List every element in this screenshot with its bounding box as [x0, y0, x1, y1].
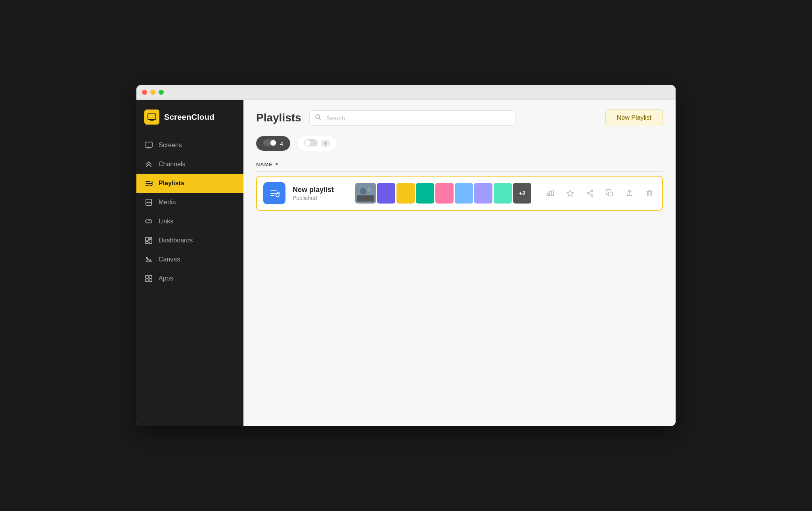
sidebar-item-channels[interactable]: Channels [136, 155, 243, 174]
publish-button[interactable] [623, 187, 636, 200]
sidebar: ScreenCloud Screens [136, 100, 243, 426]
search-input[interactable] [309, 110, 515, 126]
delete-button[interactable] [643, 187, 656, 200]
thumb-extra-count: +2 [513, 183, 531, 204]
main-header: Playlists New Playlist [243, 100, 676, 136]
playlists-label: Playlists [159, 180, 184, 187]
svg-point-21 [367, 188, 371, 192]
filter-inactive[interactable]: 1 [297, 136, 337, 151]
channels-icon [144, 160, 153, 169]
thumb-blue [455, 183, 473, 204]
thumb-yellow [396, 183, 415, 204]
duplicate-button[interactable] [603, 187, 616, 200]
svg-rect-10 [146, 279, 148, 282]
svg-rect-1 [145, 142, 152, 147]
search-icon [315, 114, 321, 122]
svg-rect-4 [149, 237, 152, 239]
search-bar [309, 110, 515, 126]
close-button[interactable] [142, 90, 147, 95]
logo-icon [144, 110, 159, 125]
sidebar-item-apps[interactable]: Apps [136, 269, 243, 288]
svg-point-16 [305, 140, 310, 146]
svg-point-7 [146, 257, 148, 259]
svg-rect-11 [149, 279, 152, 282]
app-window: ScreenCloud Screens [136, 85, 676, 426]
svg-point-20 [360, 188, 366, 194]
sidebar-item-links[interactable]: Links [136, 212, 243, 231]
apps-icon [144, 274, 153, 283]
playlist-thumbnails: +2 [355, 183, 537, 204]
sidebar-item-playlists[interactable]: Playlists [136, 174, 243, 193]
playlist-icon [263, 182, 285, 204]
playlist-info: New playlist Published [293, 186, 348, 201]
app-body: ScreenCloud Screens [136, 100, 676, 426]
svg-point-2 [150, 183, 152, 186]
dashboards-label: Dashboards [159, 237, 193, 244]
playlist-status: Published [293, 195, 348, 201]
svg-rect-5 [146, 242, 148, 244]
apps-label: Apps [159, 275, 173, 282]
inactive-count: 1 [321, 140, 330, 147]
media-icon [144, 198, 153, 207]
playlists-icon [144, 179, 153, 188]
thumb-teal [416, 183, 434, 204]
channels-label: Channels [159, 161, 186, 168]
active-toggle [263, 139, 277, 148]
col-name-header[interactable]: NAME [256, 161, 663, 167]
playlist-actions [544, 187, 656, 200]
media-label: Media [159, 199, 176, 206]
thumb-photo [355, 183, 376, 204]
playlist-row[interactable]: New playlist Published [256, 176, 663, 211]
favorite-button[interactable] [564, 187, 576, 200]
new-playlist-button[interactable]: New Playlist [605, 110, 663, 126]
sidebar-item-media[interactable]: Media [136, 193, 243, 212]
main-content: Playlists New Playlist [243, 100, 676, 426]
canvas-label: Canvas [159, 256, 180, 263]
svg-rect-3 [146, 237, 148, 241]
screens-label: Screens [159, 142, 182, 149]
table-header: NAME [256, 158, 663, 172]
screen-icon [144, 141, 153, 150]
table-area: NAME [243, 158, 676, 426]
filter-active[interactable]: 4 [256, 136, 290, 151]
sidebar-item-dashboards[interactable]: Dashboards [136, 231, 243, 250]
links-icon [144, 217, 153, 226]
logo-area: ScreenCloud [136, 100, 243, 136]
analytics-button[interactable] [544, 187, 557, 200]
svg-rect-6 [149, 240, 152, 244]
svg-point-17 [276, 194, 279, 197]
svg-rect-22 [357, 196, 374, 202]
svg-rect-0 [148, 114, 156, 119]
thumb-mint [494, 183, 512, 204]
thumb-purple [377, 183, 395, 204]
thumb-lavender [474, 183, 492, 204]
sidebar-item-canvas[interactable]: Canvas [136, 250, 243, 269]
thumb-pink [435, 183, 454, 204]
svg-rect-26 [609, 192, 613, 196]
sort-icon [275, 161, 279, 167]
minimize-button[interactable] [150, 90, 155, 95]
svg-rect-8 [146, 275, 148, 278]
canvas-icon [144, 255, 153, 264]
svg-point-14 [270, 140, 276, 146]
active-count: 4 [280, 140, 283, 147]
sidebar-item-screens[interactable]: Screens [136, 136, 243, 155]
page-title: Playlists [256, 111, 301, 124]
share-button[interactable] [584, 187, 596, 200]
logo-text: ScreenCloud [164, 113, 214, 122]
titlebar [136, 85, 676, 100]
inactive-toggle [304, 139, 318, 148]
playlist-name: New playlist [293, 186, 348, 194]
dashboards-icon [144, 236, 153, 245]
maximize-button[interactable] [159, 90, 164, 95]
svg-rect-27 [647, 191, 651, 196]
filters-row: 4 1 [243, 136, 676, 158]
links-label: Links [159, 218, 173, 225]
svg-rect-9 [149, 275, 152, 278]
